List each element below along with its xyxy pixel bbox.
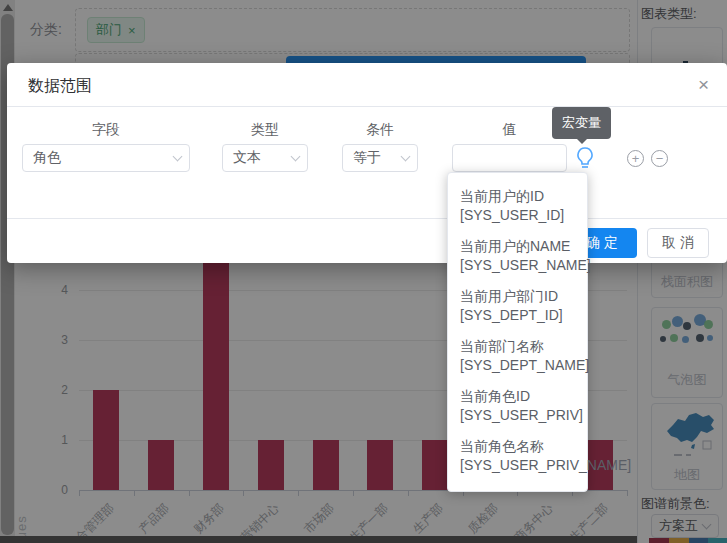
condition-select[interactable]: 等于 bbox=[342, 144, 418, 172]
column-header-type: 类型 bbox=[222, 121, 308, 139]
column-header-condition: 条件 bbox=[342, 121, 418, 139]
macro-item-code: [SYS_USER_ID] bbox=[460, 206, 575, 225]
chevron-down-icon bbox=[401, 152, 411, 162]
macro-item-code: [SYS_USER_NAME] bbox=[460, 256, 575, 275]
macro-item-name: 当前用户的ID bbox=[460, 187, 575, 206]
cancel-button[interactable]: 取 消 bbox=[647, 228, 709, 258]
macro-item-code: [SYS_DEPT_ID] bbox=[460, 306, 575, 325]
condition-select-value: 等于 bbox=[353, 149, 381, 167]
macro-variable-menu: 当前用户的ID [SYS_USER_ID] 当前用户的NAME [SYS_USE… bbox=[447, 172, 588, 492]
macro-menu-item[interactable]: 当前用户的NAME [SYS_USER_NAME] bbox=[448, 231, 587, 281]
data-range-dialog: 数据范围 × 字段 类型 条件 值 角色 文本 等于 + − 确 定 取 消 bbox=[7, 63, 727, 263]
macro-menu-item[interactable]: 当前用户的ID [SYS_USER_ID] bbox=[448, 181, 587, 231]
macro-item-code: [SYS_DEPT_NAME] bbox=[460, 356, 575, 375]
column-header-field: 字段 bbox=[22, 121, 190, 139]
macro-lightbulb-icon[interactable] bbox=[574, 146, 596, 170]
macro-item-name: 当前用户的NAME bbox=[460, 237, 575, 256]
type-select-value: 文本 bbox=[233, 149, 261, 167]
macro-menu-item[interactable]: 当前角色名称 [SYS_USER_PRIV_NAME] bbox=[448, 431, 587, 481]
macro-menu-item[interactable]: 当前用户部门ID [SYS_DEPT_ID] bbox=[448, 281, 587, 331]
macro-item-code: [SYS_USER_PRIV] bbox=[460, 406, 575, 425]
dialog-footer: 确 定 取 消 bbox=[7, 218, 727, 263]
field-select[interactable]: 角色 bbox=[22, 144, 190, 172]
type-select[interactable]: 文本 bbox=[222, 144, 308, 172]
macro-item-name: 当前角色名称 bbox=[460, 437, 575, 456]
macro-tooltip: 宏变量 bbox=[552, 107, 611, 139]
column-header-value: 值 bbox=[452, 121, 567, 139]
dialog-header: 数据范围 × bbox=[7, 63, 727, 107]
close-icon[interactable]: × bbox=[698, 75, 709, 94]
add-condition-icon[interactable]: + bbox=[627, 150, 644, 167]
remove-condition-icon[interactable]: − bbox=[651, 150, 668, 167]
chevron-down-icon bbox=[173, 152, 183, 162]
chevron-down-icon bbox=[291, 152, 301, 162]
macro-menu-item[interactable]: 当前角色ID [SYS_USER_PRIV] bbox=[448, 381, 587, 431]
value-input[interactable] bbox=[452, 144, 567, 172]
field-select-value: 角色 bbox=[33, 149, 61, 167]
macro-menu-item[interactable]: 当前部门名称 [SYS_DEPT_NAME] bbox=[448, 331, 587, 381]
macro-item-name: 当前部门名称 bbox=[460, 337, 575, 356]
macro-item-name: 当前角色ID bbox=[460, 387, 575, 406]
macro-item-code: [SYS_USER_PRIV_NAME] bbox=[460, 456, 575, 475]
dialog-title: 数据范围 bbox=[28, 76, 92, 97]
macro-item-name: 当前用户部门ID bbox=[460, 287, 575, 306]
